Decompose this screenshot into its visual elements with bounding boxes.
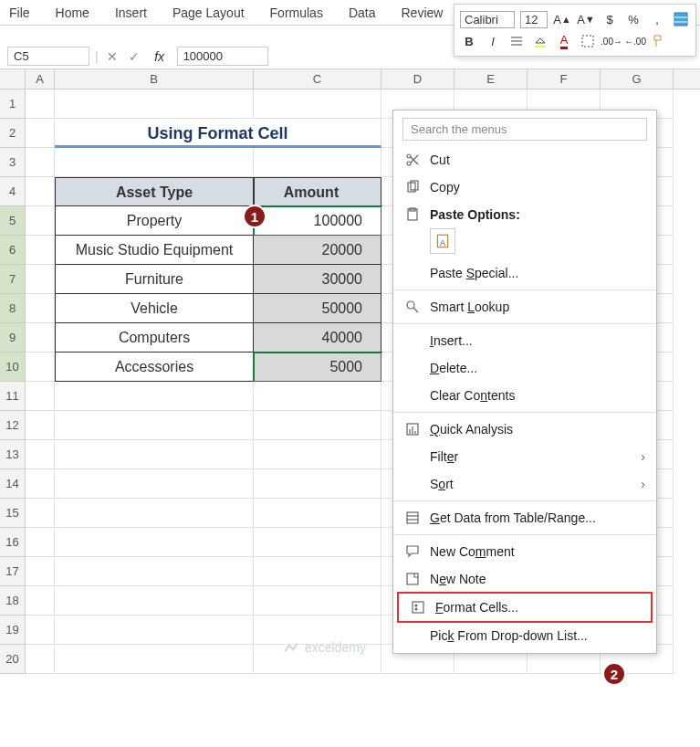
active-cell[interactable]: 100000 — [254, 206, 381, 236]
menu-cut[interactable]: Cut — [393, 146, 656, 174]
cell[interactable] — [26, 236, 55, 265]
cell[interactable] — [26, 499, 55, 528]
cell[interactable] — [55, 528, 254, 557]
menu-new-comment[interactable]: New Comment — [393, 538, 656, 565]
cell[interactable] — [55, 469, 254, 499]
enter-icon[interactable]: ✓ — [126, 49, 142, 64]
fx-icon[interactable]: fx — [148, 49, 172, 64]
cell[interactable] — [254, 645, 381, 674]
comma-icon[interactable]: , — [648, 10, 666, 28]
cell[interactable] — [254, 469, 381, 499]
col-header-f[interactable]: F — [528, 69, 601, 89]
row-header[interactable]: 12 — [0, 411, 26, 440]
tab-formulas[interactable]: Formulas — [270, 5, 323, 20]
name-box[interactable]: C5 — [7, 47, 89, 66]
cell[interactable] — [55, 382, 254, 411]
cell[interactable] — [26, 469, 55, 499]
cancel-icon[interactable]: ✕ — [104, 49, 120, 64]
cell[interactable] — [26, 148, 55, 177]
cell[interactable]: 30000 — [254, 265, 381, 294]
cell[interactable] — [254, 499, 381, 528]
cell[interactable]: 20000 — [254, 236, 381, 265]
row-header[interactable]: 18 — [0, 586, 26, 615]
menu-pick-list[interactable]: Pick From Drop-down List... — [393, 622, 656, 649]
cell[interactable] — [254, 148, 381, 177]
menu-get-data[interactable]: Get Data from Table/Range... — [393, 504, 656, 531]
row-header[interactable]: 13 — [0, 440, 26, 469]
row-header[interactable]: 7 — [0, 265, 26, 294]
format-painter-icon[interactable] — [650, 32, 668, 50]
row-header[interactable]: 1 — [0, 89, 26, 119]
row-header[interactable]: 17 — [0, 557, 26, 586]
title-cell[interactable]: Using Format Cell — [55, 119, 381, 148]
col-header-e[interactable]: E — [454, 69, 528, 89]
cell[interactable] — [254, 528, 381, 557]
header-asset-type[interactable]: Asset Type — [55, 177, 254, 206]
currency-icon[interactable]: $ — [601, 10, 619, 28]
menu-format-cells[interactable]: Format Cells... — [397, 592, 653, 623]
col-header-g[interactable]: G — [601, 69, 674, 89]
menu-smart-lookup[interactable]: Smart Lookup — [393, 293, 656, 321]
col-header-a[interactable]: A — [26, 69, 55, 89]
bold-icon[interactable]: B — [460, 32, 478, 50]
cell[interactable] — [26, 119, 55, 148]
fill-color-icon[interactable] — [531, 32, 549, 50]
cell[interactable] — [26, 615, 55, 645]
font-color-icon[interactable]: A — [555, 32, 573, 50]
cell[interactable] — [26, 411, 55, 440]
row-header[interactable]: 19 — [0, 615, 26, 645]
format-table-icon[interactable] — [672, 10, 690, 28]
increase-font-icon[interactable]: A▲ — [553, 10, 571, 28]
paste-button[interactable]: A — [430, 228, 455, 254]
cell[interactable]: Music Studio Equipment — [55, 236, 254, 265]
cell[interactable] — [26, 352, 55, 382]
cell[interactable] — [55, 440, 254, 469]
italic-icon[interactable]: I — [484, 32, 502, 50]
cell[interactable] — [254, 586, 381, 615]
col-header-b[interactable]: B — [55, 69, 254, 89]
menu-delete[interactable]: Delete... — [393, 354, 656, 382]
cell[interactable] — [254, 382, 381, 411]
percent-icon[interactable]: % — [624, 10, 643, 28]
cell[interactable]: Vehicle — [55, 294, 254, 323]
borders-icon[interactable] — [579, 32, 597, 50]
tab-data[interactable]: Data — [349, 5, 376, 20]
menu-search-input[interactable]: Search the menus — [402, 118, 647, 141]
row-header[interactable]: 3 — [0, 148, 26, 177]
menu-copy[interactable]: Copy — [393, 174, 656, 201]
cell[interactable] — [26, 382, 55, 411]
cell[interactable] — [55, 557, 254, 586]
cell[interactable] — [55, 411, 254, 440]
row-header[interactable]: 20 — [0, 645, 26, 674]
cell[interactable] — [55, 499, 254, 528]
decrease-font-icon[interactable]: A▼ — [577, 10, 595, 28]
row-header[interactable]: 14 — [0, 469, 26, 499]
cell[interactable]: Computers — [55, 323, 254, 352]
cell[interactable] — [26, 294, 55, 323]
cell[interactable] — [26, 89, 55, 119]
row-header[interactable]: 5 — [0, 206, 26, 236]
cell[interactable] — [254, 615, 381, 645]
cell[interactable]: 50000 — [254, 294, 381, 323]
tab-file[interactable]: File — [9, 5, 30, 20]
tab-home[interactable]: Home — [56, 5, 89, 20]
tab-page-layout[interactable]: Page Layout — [172, 5, 245, 20]
cell[interactable]: Accessories — [55, 352, 254, 382]
menu-paste-special[interactable]: Paste Special... — [393, 259, 656, 287]
cell[interactable] — [254, 557, 381, 586]
cell[interactable] — [26, 528, 55, 557]
cell[interactable] — [55, 89, 254, 119]
menu-sort[interactable]: Sort› — [393, 470, 656, 498]
font-size-select[interactable]: 12 — [520, 11, 548, 28]
tab-review[interactable]: Review — [402, 5, 444, 20]
cell[interactable] — [254, 89, 381, 119]
row-header[interactable]: 2 — [0, 119, 26, 148]
cell[interactable] — [55, 586, 254, 615]
row-header[interactable]: 4 — [0, 177, 26, 206]
cell[interactable] — [254, 440, 381, 469]
cell[interactable]: Property — [55, 206, 254, 236]
menu-filter[interactable]: Filter› — [393, 443, 656, 470]
cell[interactable] — [55, 615, 254, 645]
decrease-decimal-icon[interactable]: ←.00 — [626, 32, 644, 50]
col-header-c[interactable]: C — [254, 69, 381, 89]
